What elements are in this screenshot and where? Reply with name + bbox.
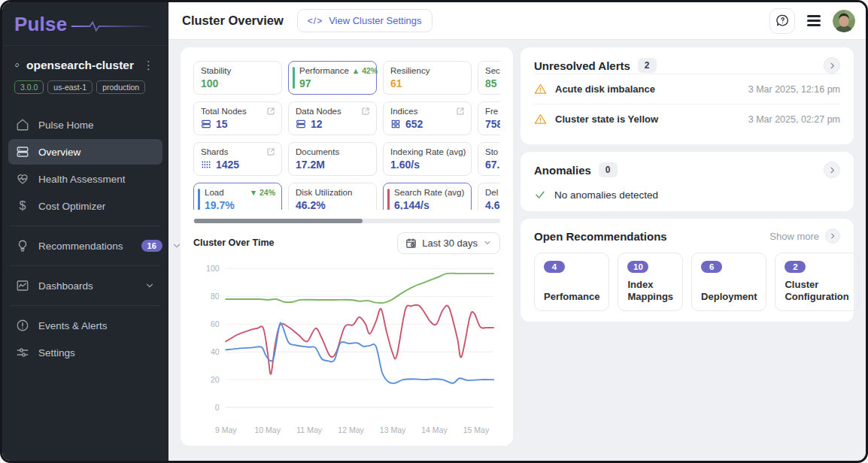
- external-link-icon[interactable]: [266, 107, 275, 116]
- alert-row[interactable]: Acute disk imbalance 3 Mar 2025, 12:16 p…: [534, 74, 840, 104]
- metric-value: 67.: [485, 159, 500, 171]
- recommendation-label: Cluster Configuration: [785, 279, 848, 302]
- lightbulb-icon: [16, 239, 29, 253]
- dollar-icon: $: [16, 199, 29, 213]
- metric-value: 6,144/s: [394, 199, 465, 210]
- sidebar: Pulse opensearch-cluster ⋮ 3.0.0 us-east…: [2, 2, 168, 461]
- metric-card-security[interactable]: Sec 85: [478, 61, 500, 95]
- help-button[interactable]: [769, 8, 795, 34]
- svg-text:9 May: 9 May: [215, 425, 237, 434]
- metric-card-shards[interactable]: Shards 1425: [193, 142, 282, 176]
- metric-card-search-rate[interactable]: Search Rate (avg) 6,144/s: [383, 183, 472, 210]
- svg-text:11 May: 11 May: [296, 425, 322, 434]
- metric-card-stability[interactable]: Stability 100: [193, 61, 282, 95]
- sidebar-item-label: Pulse Home: [38, 120, 94, 131]
- scrollbar-thumb[interactable]: [194, 219, 363, 223]
- warning-triangle-icon: [534, 83, 547, 95]
- sliders-icon: [16, 346, 29, 359]
- app-window: Pulse opensearch-cluster ⋮ 3.0.0 us-east…: [0, 0, 868, 463]
- metric-card-indices[interactable]: Indices 652: [383, 101, 472, 135]
- alerts-expand-button[interactable]: [824, 57, 840, 74]
- metric-value: 12: [296, 118, 370, 130]
- cluster-over-time-chart[interactable]: 0204060801009 May10 May11 May12 May13 Ma…: [193, 259, 500, 438]
- no-anomalies-text: No anomalies detected: [554, 189, 658, 201]
- date-range-label: Last 30 days: [422, 238, 478, 249]
- metric-card-deleted[interactable]: Del 4.6: [478, 183, 500, 210]
- sidebar-nav: Pulse Home Overview Health Assessment $ …: [2, 112, 168, 367]
- sidebar-item-label: Overview: [38, 147, 80, 158]
- metric-card-free-storage[interactable]: Fre 758: [478, 101, 500, 135]
- sidebar-item-pulse-home[interactable]: Pulse Home: [8, 112, 162, 138]
- sidebar-item-events-alerts[interactable]: Events & Alerts: [8, 313, 162, 338]
- metric-card-load[interactable]: Load ▼ 24% 19.7%: [193, 183, 282, 210]
- opensearch-logo-icon: [14, 58, 20, 73]
- recommendation-card-deployment[interactable]: 6 Deployment: [691, 253, 766, 311]
- sidebar-item-dashboards[interactable]: Dashboards: [8, 273, 162, 298]
- unresolved-alerts-card: Unresolved Alerts 2 Acute disk imbalance…: [520, 47, 854, 144]
- horizontal-scrollbar[interactable]: [193, 219, 500, 223]
- topbar: Cluster Overview </> View Cluster Settin…: [168, 2, 866, 40]
- alert-row[interactable]: Cluster state is Yellow 3 Mar 2025, 02:2…: [534, 104, 840, 134]
- alert-circle-icon: [16, 319, 29, 332]
- server-icon: [296, 119, 306, 129]
- metric-card-disk-utilization[interactable]: Disk Utilization 46.2%: [288, 183, 377, 210]
- accent-bar: [198, 189, 200, 210]
- metric-label: Data Nodes: [296, 107, 341, 116]
- home-icon: [16, 118, 29, 132]
- date-range-dropdown[interactable]: Last 30 days: [397, 232, 500, 254]
- sidebar-item-label: Events & Alerts: [38, 320, 108, 331]
- sidebar-item-label: Health Assessment: [38, 174, 126, 185]
- anomalies-expand-button[interactable]: [824, 162, 840, 178]
- metric-value: 1425: [201, 159, 275, 171]
- cluster-block: opensearch-cluster ⋮ 3.0.0 us-east-1 pro…: [2, 46, 168, 104]
- recommendation-count-badge: 10: [627, 261, 648, 273]
- menu-icon[interactable]: [804, 12, 824, 29]
- sidebar-item-label: Cost Optimizer: [38, 201, 105, 212]
- alerts-title: Unresolved Alerts: [534, 59, 630, 72]
- metric-card-indexing-rate[interactable]: Indexing Rate (avg) 1.60/s: [383, 142, 472, 176]
- recommendation-card-index-mappings[interactable]: 10 Index Mappings: [618, 253, 683, 311]
- metric-card-total-nodes[interactable]: Total Nodes 15: [193, 101, 282, 135]
- view-cluster-settings-button[interactable]: </> View Cluster Settings: [297, 9, 432, 32]
- metric-card-data-nodes[interactable]: Data Nodes 12: [288, 101, 377, 135]
- svg-text:12 May: 12 May: [338, 425, 364, 434]
- metric-card-resiliency[interactable]: Resiliency 61: [383, 61, 472, 95]
- metric-card-storage[interactable]: Sto 67.: [478, 142, 500, 176]
- svg-text:13 May: 13 May: [380, 425, 406, 434]
- svg-text:10 May: 10 May: [254, 425, 281, 434]
- svg-text:14 May: 14 May: [421, 425, 448, 434]
- grid-icon: [390, 119, 401, 129]
- check-icon: [534, 189, 546, 201]
- metric-card-documents[interactable]: Documents 17.2M: [288, 142, 377, 176]
- metric-value: 652: [390, 118, 465, 130]
- external-link-icon[interactable]: [361, 107, 370, 116]
- sidebar-item-settings[interactable]: Settings: [8, 340, 162, 365]
- sidebar-item-cost-optimizer[interactable]: $ Cost Optimizer: [8, 193, 162, 219]
- alert-time: 3 Mar 2025, 12:16 pm: [748, 84, 840, 95]
- sidebar-item-recommendations[interactable]: Recommendations 16: [8, 233, 162, 259]
- metric-label: Resiliency: [390, 66, 429, 75]
- metric-value: 19.7%: [205, 199, 275, 210]
- external-link-icon[interactable]: [456, 107, 465, 116]
- metric-label: Indexing Rate (avg): [390, 147, 466, 156]
- metric-label: Stability: [201, 66, 231, 75]
- avatar[interactable]: [833, 10, 855, 32]
- metric-value: 17.2M: [296, 159, 370, 171]
- recommendation-card-performance[interactable]: 4 Perfomance: [534, 253, 609, 311]
- anomalies-count-badge: 0: [599, 162, 618, 177]
- external-link-icon[interactable]: [266, 147, 275, 156]
- sidebar-item-overview[interactable]: Overview: [8, 139, 162, 165]
- kebab-menu-icon[interactable]: ⋮: [141, 59, 156, 72]
- accent-bar: [387, 189, 390, 210]
- server-icon: [16, 145, 29, 159]
- svg-text:15 May: 15 May: [463, 425, 490, 434]
- alert-text: Acute disk imbalance: [555, 83, 655, 95]
- cluster-tags: 3.0.0 us-east-1 production: [14, 80, 156, 94]
- show-more-button[interactable]: Show more: [769, 228, 840, 244]
- recommendation-card-cluster-configuration[interactable]: 2 Cluster Configuration: [775, 253, 858, 311]
- sidebar-item-health-assessment[interactable]: Health Assessment: [8, 166, 162, 192]
- metric-value: 97: [299, 77, 370, 89]
- metric-card-performance[interactable]: Performance ▲ 42% 97: [288, 61, 377, 95]
- view-cluster-settings-label: View Cluster Settings: [329, 15, 421, 26]
- cluster-metrics-panel: Stability 100 Performance ▲ 42% 97 Resil…: [181, 47, 513, 446]
